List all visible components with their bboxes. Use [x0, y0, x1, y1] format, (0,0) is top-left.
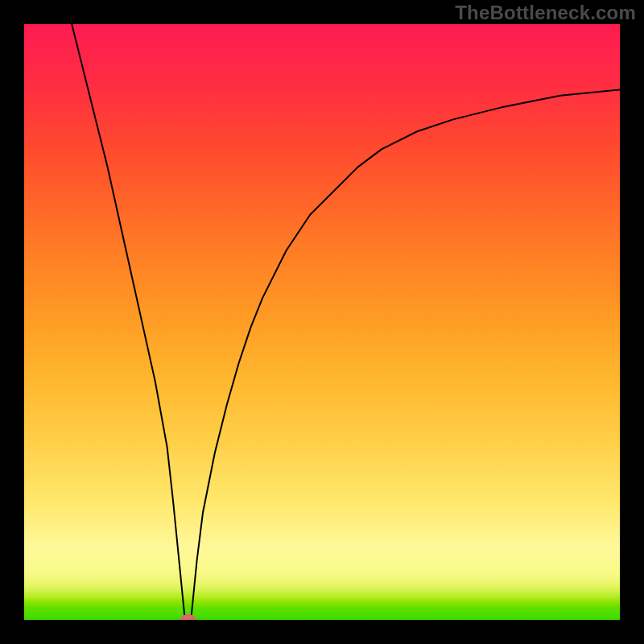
plot-area [24, 24, 620, 620]
plot-background [24, 24, 620, 620]
watermark-text: TheBottleneck.com [455, 2, 636, 24]
chart-svg [24, 24, 620, 620]
chart-container: TheBottleneck.com [0, 0, 644, 644]
